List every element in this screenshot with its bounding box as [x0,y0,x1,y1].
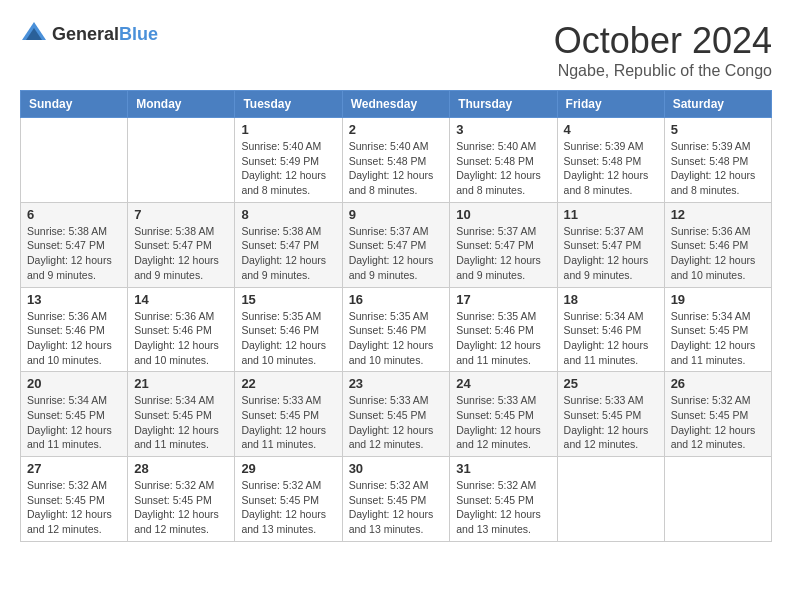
calendar-week-row: 1Sunrise: 5:40 AM Sunset: 5:49 PM Daylig… [21,118,772,203]
day-number: 6 [27,207,121,222]
day-info: Sunrise: 5:32 AM Sunset: 5:45 PM Dayligh… [134,478,228,537]
calendar-header-sunday: Sunday [21,91,128,118]
day-number: 29 [241,461,335,476]
day-info: Sunrise: 5:37 AM Sunset: 5:47 PM Dayligh… [564,224,658,283]
calendar-cell: 28Sunrise: 5:32 AM Sunset: 5:45 PM Dayli… [128,457,235,542]
calendar-header-monday: Monday [128,91,235,118]
day-info: Sunrise: 5:34 AM Sunset: 5:45 PM Dayligh… [27,393,121,452]
day-info: Sunrise: 5:39 AM Sunset: 5:48 PM Dayligh… [564,139,658,198]
page-header: GeneralBlue October 2024 Ngabe, Republic… [20,20,772,80]
day-number: 1 [241,122,335,137]
day-info: Sunrise: 5:33 AM Sunset: 5:45 PM Dayligh… [349,393,444,452]
day-info: Sunrise: 5:35 AM Sunset: 5:46 PM Dayligh… [241,309,335,368]
calendar-cell: 30Sunrise: 5:32 AM Sunset: 5:45 PM Dayli… [342,457,450,542]
calendar-week-row: 27Sunrise: 5:32 AM Sunset: 5:45 PM Dayli… [21,457,772,542]
calendar-cell [128,118,235,203]
day-info: Sunrise: 5:34 AM Sunset: 5:45 PM Dayligh… [671,309,765,368]
calendar-cell: 26Sunrise: 5:32 AM Sunset: 5:45 PM Dayli… [664,372,771,457]
calendar-cell [557,457,664,542]
calendar-cell: 20Sunrise: 5:34 AM Sunset: 5:45 PM Dayli… [21,372,128,457]
calendar-cell: 13Sunrise: 5:36 AM Sunset: 5:46 PM Dayli… [21,287,128,372]
calendar-cell: 1Sunrise: 5:40 AM Sunset: 5:49 PM Daylig… [235,118,342,203]
day-number: 20 [27,376,121,391]
day-number: 7 [134,207,228,222]
calendar-week-row: 20Sunrise: 5:34 AM Sunset: 5:45 PM Dayli… [21,372,772,457]
calendar-cell: 18Sunrise: 5:34 AM Sunset: 5:46 PM Dayli… [557,287,664,372]
month-title: October 2024 [554,20,772,62]
location-title: Ngabe, Republic of the Congo [554,62,772,80]
day-info: Sunrise: 5:32 AM Sunset: 5:45 PM Dayligh… [456,478,550,537]
day-number: 5 [671,122,765,137]
calendar-header-tuesday: Tuesday [235,91,342,118]
day-number: 31 [456,461,550,476]
calendar-table: SundayMondayTuesdayWednesdayThursdayFrid… [20,90,772,542]
day-number: 14 [134,292,228,307]
calendar-cell: 5Sunrise: 5:39 AM Sunset: 5:48 PM Daylig… [664,118,771,203]
day-info: Sunrise: 5:40 AM Sunset: 5:48 PM Dayligh… [456,139,550,198]
calendar-cell: 27Sunrise: 5:32 AM Sunset: 5:45 PM Dayli… [21,457,128,542]
calendar-cell: 9Sunrise: 5:37 AM Sunset: 5:47 PM Daylig… [342,202,450,287]
day-info: Sunrise: 5:36 AM Sunset: 5:46 PM Dayligh… [134,309,228,368]
day-info: Sunrise: 5:40 AM Sunset: 5:48 PM Dayligh… [349,139,444,198]
calendar-cell [21,118,128,203]
day-number: 22 [241,376,335,391]
calendar-header-saturday: Saturday [664,91,771,118]
day-number: 3 [456,122,550,137]
calendar-cell: 29Sunrise: 5:32 AM Sunset: 5:45 PM Dayli… [235,457,342,542]
logo: GeneralBlue [20,20,158,48]
day-number: 4 [564,122,658,137]
calendar-cell: 7Sunrise: 5:38 AM Sunset: 5:47 PM Daylig… [128,202,235,287]
day-info: Sunrise: 5:32 AM Sunset: 5:45 PM Dayligh… [671,393,765,452]
logo-blue: Blue [119,24,158,44]
logo-text: GeneralBlue [52,24,158,45]
calendar-header-friday: Friday [557,91,664,118]
day-info: Sunrise: 5:38 AM Sunset: 5:47 PM Dayligh… [241,224,335,283]
day-number: 21 [134,376,228,391]
calendar-cell: 6Sunrise: 5:38 AM Sunset: 5:47 PM Daylig… [21,202,128,287]
day-info: Sunrise: 5:33 AM Sunset: 5:45 PM Dayligh… [456,393,550,452]
day-number: 17 [456,292,550,307]
day-info: Sunrise: 5:33 AM Sunset: 5:45 PM Dayligh… [241,393,335,452]
calendar-cell [664,457,771,542]
day-number: 8 [241,207,335,222]
logo-general: General [52,24,119,44]
calendar-cell: 11Sunrise: 5:37 AM Sunset: 5:47 PM Dayli… [557,202,664,287]
day-info: Sunrise: 5:35 AM Sunset: 5:46 PM Dayligh… [349,309,444,368]
calendar-cell: 19Sunrise: 5:34 AM Sunset: 5:45 PM Dayli… [664,287,771,372]
day-number: 24 [456,376,550,391]
day-number: 23 [349,376,444,391]
calendar-cell: 17Sunrise: 5:35 AM Sunset: 5:46 PM Dayli… [450,287,557,372]
day-info: Sunrise: 5:37 AM Sunset: 5:47 PM Dayligh… [456,224,550,283]
day-info: Sunrise: 5:36 AM Sunset: 5:46 PM Dayligh… [671,224,765,283]
calendar-header-row: SundayMondayTuesdayWednesdayThursdayFrid… [21,91,772,118]
day-number: 2 [349,122,444,137]
day-info: Sunrise: 5:38 AM Sunset: 5:47 PM Dayligh… [27,224,121,283]
calendar-cell: 3Sunrise: 5:40 AM Sunset: 5:48 PM Daylig… [450,118,557,203]
calendar-cell: 25Sunrise: 5:33 AM Sunset: 5:45 PM Dayli… [557,372,664,457]
day-info: Sunrise: 5:32 AM Sunset: 5:45 PM Dayligh… [349,478,444,537]
calendar-week-row: 13Sunrise: 5:36 AM Sunset: 5:46 PM Dayli… [21,287,772,372]
day-info: Sunrise: 5:40 AM Sunset: 5:49 PM Dayligh… [241,139,335,198]
day-info: Sunrise: 5:37 AM Sunset: 5:47 PM Dayligh… [349,224,444,283]
calendar-cell: 22Sunrise: 5:33 AM Sunset: 5:45 PM Dayli… [235,372,342,457]
calendar-cell: 14Sunrise: 5:36 AM Sunset: 5:46 PM Dayli… [128,287,235,372]
calendar-cell: 23Sunrise: 5:33 AM Sunset: 5:45 PM Dayli… [342,372,450,457]
calendar-week-row: 6Sunrise: 5:38 AM Sunset: 5:47 PM Daylig… [21,202,772,287]
calendar-cell: 4Sunrise: 5:39 AM Sunset: 5:48 PM Daylig… [557,118,664,203]
calendar-cell: 16Sunrise: 5:35 AM Sunset: 5:46 PM Dayli… [342,287,450,372]
calendar-cell: 31Sunrise: 5:32 AM Sunset: 5:45 PM Dayli… [450,457,557,542]
calendar-cell: 24Sunrise: 5:33 AM Sunset: 5:45 PM Dayli… [450,372,557,457]
day-info: Sunrise: 5:33 AM Sunset: 5:45 PM Dayligh… [564,393,658,452]
day-number: 28 [134,461,228,476]
day-info: Sunrise: 5:34 AM Sunset: 5:45 PM Dayligh… [134,393,228,452]
calendar-header-thursday: Thursday [450,91,557,118]
day-number: 13 [27,292,121,307]
day-info: Sunrise: 5:38 AM Sunset: 5:47 PM Dayligh… [134,224,228,283]
day-number: 27 [27,461,121,476]
day-number: 26 [671,376,765,391]
day-number: 10 [456,207,550,222]
calendar-cell: 12Sunrise: 5:36 AM Sunset: 5:46 PM Dayli… [664,202,771,287]
day-number: 25 [564,376,658,391]
calendar-cell: 2Sunrise: 5:40 AM Sunset: 5:48 PM Daylig… [342,118,450,203]
day-number: 12 [671,207,765,222]
